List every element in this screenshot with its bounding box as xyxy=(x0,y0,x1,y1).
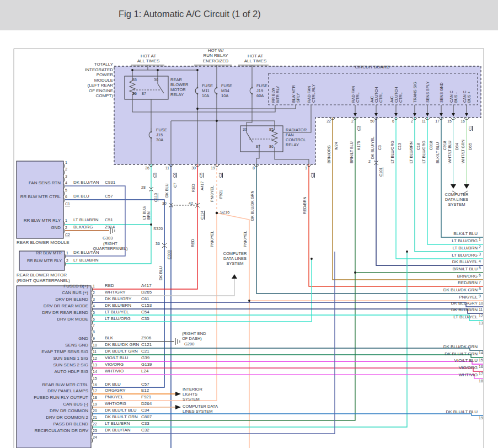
junction-dot xyxy=(196,69,199,71)
wire-color: WHT/LT GRN xyxy=(461,140,465,163)
module-caption: REAR BLOWER MODULE xyxy=(17,241,69,246)
module-pin-name: RR BLW MTR RLY xyxy=(21,259,62,263)
edge-pin-number: 3 xyxy=(479,252,481,257)
inline-pin: 42 xyxy=(189,201,193,206)
relay-pin: 87 xyxy=(142,92,146,96)
connector-code: C101 xyxy=(379,167,383,177)
cb-terminal-label: RAD FAN CTRL RLY xyxy=(307,84,316,103)
fuse-label: FUSE M34 10A xyxy=(221,83,232,98)
pin-number: 17 xyxy=(433,119,440,124)
pin-number: 8 xyxy=(93,330,95,334)
cb-terminal-label: CAN C BUS + xyxy=(463,90,472,103)
circuit-code: C153 xyxy=(141,303,152,308)
connector-code: C2 xyxy=(65,233,70,237)
edge-pin-number: 13 xyxy=(479,321,483,326)
circuit-code: C33 xyxy=(141,422,149,426)
circuit-code: Z906 xyxy=(141,336,151,341)
edge-pin-number: 19 xyxy=(479,416,483,420)
splice-label: S320 xyxy=(153,227,163,231)
connector-code: C3 xyxy=(357,126,361,131)
edge-pin-number: 14 xyxy=(479,351,483,355)
edge-pin-number: 17 xyxy=(479,372,483,376)
wire-color: DK BLU/DK GRN xyxy=(425,288,478,293)
circuit-code: C32 xyxy=(141,428,149,433)
arrow xyxy=(232,274,237,279)
wire-color: WHT/LT BLU xyxy=(448,141,452,163)
wire-color: RED/BRN xyxy=(303,196,307,214)
fuse-label: FUSE J19 60A xyxy=(256,83,267,98)
wire-color: DK BLU xyxy=(73,194,89,199)
pin-number: 2 xyxy=(65,167,67,172)
pin-number: 10 xyxy=(93,343,97,348)
circuit-code: C13 xyxy=(398,143,402,150)
junction-dot xyxy=(406,250,408,253)
connector-code: C113 xyxy=(154,193,158,202)
wire-color: DK BLU/LT GRN xyxy=(105,415,138,420)
circuit-code: C818 xyxy=(429,141,433,150)
pin-number: 8 xyxy=(249,166,255,170)
connector-code: C6 xyxy=(173,173,177,178)
wire-color: DK BLU xyxy=(159,266,163,280)
arrow xyxy=(175,405,181,409)
cb-terminal-label: CAN C BUS - xyxy=(449,90,458,103)
pin-number: 5 xyxy=(65,188,67,193)
relay-pin: 86 xyxy=(269,145,274,149)
circuit-code: F921 xyxy=(141,395,151,400)
junction-dot xyxy=(157,69,159,71)
circuit-code: Z914 xyxy=(105,225,115,230)
pin-number: 6 xyxy=(65,195,67,199)
wire-color: PNK/YEL xyxy=(243,231,248,247)
wire-color: LT BLU/BRN xyxy=(105,422,130,426)
relay-pin: 30 xyxy=(154,78,158,82)
relay-pin: 86 xyxy=(132,92,137,96)
pin-cavity xyxy=(62,228,65,233)
wire-color: LT BLU/ORG xyxy=(425,253,478,258)
pin-number: 50 xyxy=(368,119,374,124)
module-pin-name: CAN BUS (-) xyxy=(18,402,88,407)
wire-color: VIO/LT BLU xyxy=(105,356,128,361)
connector-code: C114 xyxy=(200,211,205,220)
circuit-code: C35 xyxy=(141,317,149,322)
cb-terminal-label: A/C CLUTCH CTRL xyxy=(370,87,383,103)
junction-dot xyxy=(216,212,218,214)
wiring-diagram-page: Fig 1: Automatic A/C Circuit (1 of 2) TO… xyxy=(0,0,498,448)
relay-pin: 30 xyxy=(243,127,247,132)
wire-color: DK BLU/LT BLU xyxy=(425,410,478,415)
edge-pin-number: 6 xyxy=(479,273,481,278)
connector-code: C300 xyxy=(167,250,172,259)
wire-color: PNK/YEL xyxy=(210,231,215,247)
pin-number: 1 xyxy=(65,218,67,223)
pin-cavity xyxy=(62,163,65,168)
splice-label: S216 xyxy=(220,210,230,215)
pin-number: 2 xyxy=(66,259,68,263)
pin-number: 2 xyxy=(347,119,354,124)
wire-color: BRN/LT BLU xyxy=(350,141,354,163)
pin-number: 16 xyxy=(93,383,97,387)
pin-number: 23 xyxy=(93,429,97,433)
module-pin-name: DRV DR BLEND xyxy=(18,297,88,302)
pin-number: 9 xyxy=(93,337,95,341)
inline-pin: 30 xyxy=(162,201,167,206)
pin-number: 18 xyxy=(93,396,97,400)
pin-number: 26 xyxy=(143,166,149,170)
module-pin-name: CAN BUS (+) xyxy=(18,291,88,296)
module-pin-name: FUSED B(+) xyxy=(18,284,88,289)
wire-color: RED xyxy=(191,239,195,247)
circuit-code: C51 xyxy=(105,218,113,223)
wire-color: DK BLU/TAN xyxy=(73,180,99,185)
wire-color: RED xyxy=(105,284,114,289)
pin-cavity xyxy=(62,191,65,196)
fuse-label: FUSE J15 30A xyxy=(156,127,167,142)
wire-color: RED/BRN xyxy=(425,281,478,286)
pin-number: 11 xyxy=(163,166,169,170)
wire-color: WHT/ORG xyxy=(105,402,126,407)
circuit-code: C807 xyxy=(141,415,152,420)
pin-number: 22 xyxy=(93,422,97,426)
module-pin-name: RR BLW MTR xyxy=(21,251,62,255)
cb-terminal-label: RAD FAN CTRL xyxy=(351,86,360,103)
wire-color: LT BLU/ORG xyxy=(105,317,131,322)
wire-color: DK BLU/LT BLU xyxy=(105,408,137,413)
circuit-code: C61 xyxy=(141,297,149,302)
module-pin-name: SENS GND xyxy=(18,343,88,348)
fan-relay-label: RADIATOR FAN CONTROL RELAY xyxy=(286,127,307,147)
